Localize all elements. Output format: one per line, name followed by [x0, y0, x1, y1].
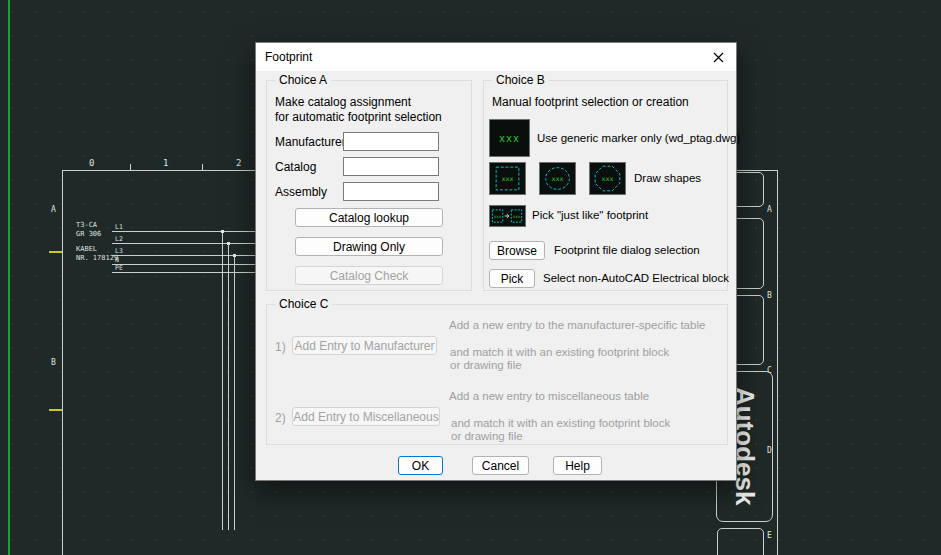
draw-shape-octagon-icon[interactable]: xxx — [589, 162, 626, 195]
choice-c-row2-number: 2) — [275, 411, 286, 425]
choice-c-row1-line2: and match it with an existing footprint … — [450, 346, 669, 358]
titleblock-cell — [717, 528, 764, 555]
dialog-title: Footprint — [256, 50, 312, 64]
manufacturer-label: Manufacturer — [275, 135, 346, 149]
add-entry-miscellaneous-button[interactable]: Add Entry to Miscellaneous — [292, 407, 440, 426]
wire — [222, 231, 223, 530]
svg-text:xxx: xxx — [552, 175, 564, 183]
wire-junction — [233, 254, 236, 257]
draw-shapes-label: Draw shapes — [634, 172, 701, 184]
draw-shape-circle-icon[interactable]: xxx — [539, 162, 576, 195]
drawing-only-button[interactable]: Drawing Only — [295, 237, 443, 256]
choice-a-description-line1: Make catalog assignment — [275, 95, 411, 109]
wire-label: N — [115, 256, 119, 264]
choice-a-description-line2: for automatic footprint selection — [275, 110, 442, 124]
cad-green-guide-line — [8, 0, 10, 555]
ruler-number: 1 — [163, 158, 168, 168]
wire-junction — [221, 230, 224, 233]
pick-button[interactable]: Pick — [489, 269, 535, 288]
cable-label: T3-CA — [76, 221, 97, 229]
wire — [228, 243, 229, 530]
choice-c-row2-line1: Add a new entry to miscellaneous table — [449, 390, 649, 402]
cable-label: KABEL — [76, 245, 97, 253]
choice-b-description: Manual footprint selection or creation — [492, 95, 689, 109]
svg-text:xxx: xxx — [602, 175, 614, 183]
wire — [112, 243, 255, 244]
choice-a-group: Choice A Make catalog assignment for aut… — [266, 80, 472, 291]
ruler-number: 0 — [89, 158, 94, 168]
manufacturer-input[interactable] — [343, 132, 439, 151]
row-letter-right: D — [767, 446, 772, 455]
choice-c-legend: Choice C — [275, 297, 332, 311]
footprint-dialog: Footprint Choice A Make catalog assignme… — [255, 42, 737, 481]
catalog-lookup-button[interactable]: Catalog lookup — [295, 208, 443, 227]
help-button[interactable]: Help — [553, 456, 602, 475]
catalog-check-button[interactable]: Catalog Check — [295, 266, 443, 285]
yellow-marker — [49, 409, 62, 411]
dialog-titlebar[interactable]: Footprint — [256, 43, 736, 71]
row-letter-right: A — [767, 205, 772, 214]
generic-marker-label: Use generic marker only (wd_ptag.dwg) — [537, 132, 740, 144]
pick-label: Select non-AutoCAD Electrical block — [543, 272, 729, 284]
choice-c-row2-line3: or drawing file — [451, 430, 523, 442]
draw-shape-square-icon[interactable]: xxx — [489, 162, 526, 195]
choice-c-group: Choice C Add a new entry to the manufact… — [266, 304, 728, 445]
row-letter-right: B — [767, 291, 772, 300]
row-letter-left: B — [51, 358, 56, 367]
choice-c-row1-line3: or drawing file — [450, 359, 522, 371]
yellow-marker — [49, 251, 62, 253]
svg-text:xxx: xxx — [494, 214, 502, 219]
svg-text:xxx: xxx — [513, 214, 521, 219]
row-letter-left: A — [51, 205, 56, 214]
choice-b-group: Choice B Manual footprint selection or c… — [483, 80, 728, 291]
cad-frame-right-line — [777, 170, 778, 555]
wire-label: PE — [115, 264, 123, 272]
pick-just-like-label: Pick "just like" footprint — [532, 209, 648, 221]
svg-text:xxx: xxx — [502, 175, 514, 183]
browse-button[interactable]: Browse — [489, 241, 545, 260]
ruler-tick — [202, 164, 203, 170]
assembly-input[interactable] — [343, 182, 439, 201]
add-entry-manufacturer-button[interactable]: Add Entry to Manufacturer — [292, 336, 437, 355]
pick-just-like-icon[interactable]: xxx xxx — [489, 205, 526, 227]
choice-c-row2-line2: and match it with an existing footprint … — [451, 417, 670, 429]
wire-label: L1 — [115, 223, 123, 231]
ruler-tick — [130, 164, 131, 170]
row-letter-right: E — [767, 531, 772, 540]
autocad-drawing-canvas: 0 1 2 A B T3-CA GR 306 KABEL NR. 178129 … — [0, 0, 941, 555]
wire — [234, 255, 235, 530]
generic-marker-xxx: xxx — [499, 133, 520, 144]
wire-junction — [227, 242, 230, 245]
ruler-number: 2 — [236, 158, 241, 168]
wire-label: L3 — [115, 247, 123, 255]
choice-a-legend: Choice A — [275, 73, 331, 87]
choice-c-row1-number: 1) — [275, 340, 286, 354]
cable-label: GR 306 — [76, 230, 101, 238]
cad-frame-left-line — [62, 170, 63, 555]
wire-label: L2 — [115, 235, 123, 243]
choice-c-row1-line1: Add a new entry to the manufacturer-spec… — [449, 319, 705, 331]
wire — [112, 231, 255, 232]
choice-b-legend: Choice B — [492, 73, 549, 87]
ok-button[interactable]: OK — [398, 456, 443, 475]
close-icon[interactable] — [700, 43, 736, 71]
catalog-label: Catalog — [275, 160, 316, 174]
cancel-button[interactable]: Cancel — [472, 456, 529, 475]
row-letter-right: C — [767, 366, 772, 375]
browse-label: Footprint file dialog selection — [554, 244, 700, 256]
assembly-label: Assembly — [275, 185, 327, 199]
catalog-input[interactable] — [343, 157, 439, 176]
generic-marker-icon[interactable]: xxx — [489, 119, 530, 157]
